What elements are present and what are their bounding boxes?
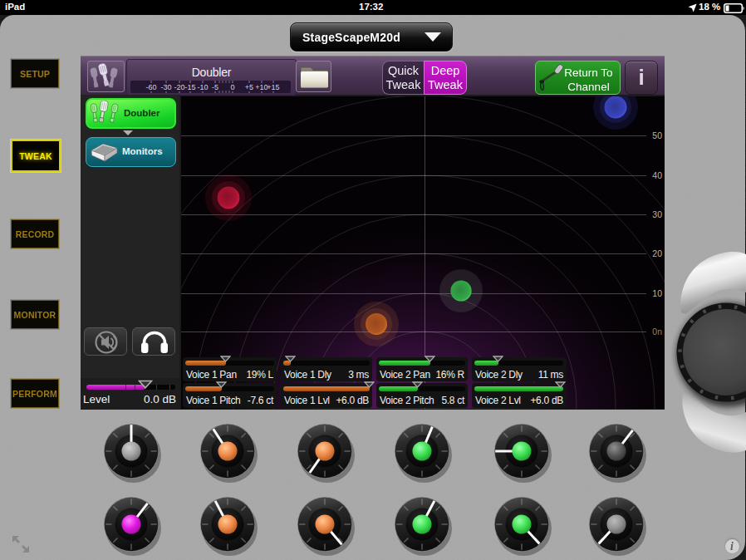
svg-text:-10: -10 <box>197 83 208 91</box>
svg-text:-20: -20 <box>174 83 184 91</box>
svg-text:20: 20 <box>652 248 662 258</box>
svg-text:+5: +5 <box>245 83 253 91</box>
svg-text:-60: -60 <box>145 83 156 91</box>
svg-text:10: 10 <box>652 288 662 298</box>
svg-text:-15: -15 <box>184 83 195 91</box>
svg-text:-30: -30 <box>160 83 171 91</box>
svg-text:0n: 0n <box>652 327 662 336</box>
svg-text:+15: +15 <box>267 83 279 91</box>
svg-text:0: 0 <box>230 83 234 91</box>
svg-text:50: 50 <box>652 130 662 140</box>
svg-text:40: 40 <box>652 170 662 180</box>
svg-text:-5: -5 <box>212 83 218 91</box>
svg-text:30: 30 <box>652 209 662 219</box>
svg-text:+10: +10 <box>255 83 267 91</box>
